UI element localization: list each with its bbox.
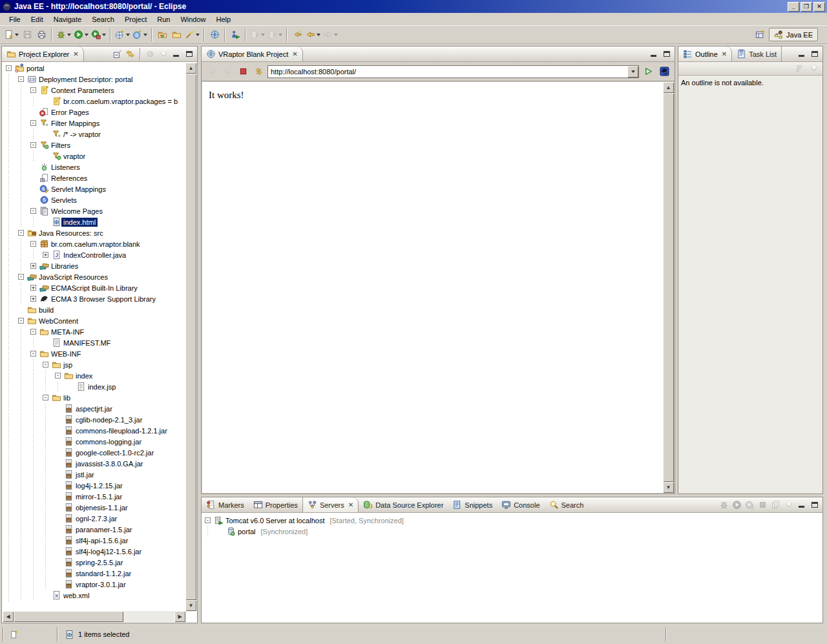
- menu-edit[interactable]: Edit: [26, 15, 48, 24]
- tree-item-libraries[interactable]: +Libraries: [3, 260, 187, 271]
- dropdown-arrow-icon[interactable]: [126, 34, 130, 36]
- tree-item-web-inf[interactable]: -WEB-INF: [3, 348, 187, 359]
- run-button[interactable]: [72, 28, 90, 42]
- open-resource-button[interactable]: [169, 28, 183, 42]
- tree-item-listeners[interactable]: Listeners: [3, 161, 187, 172]
- tree-item-build-xml[interactable]: build.xml: [3, 601, 187, 601]
- expander-slot[interactable]: -: [3, 63, 15, 74]
- tree-item-index-jsp[interactable]: index.jsp: [3, 381, 187, 392]
- tree-item-servlets[interactable]: SServlets: [3, 194, 187, 205]
- maximize-view-button[interactable]: [660, 48, 673, 60]
- view-menu-button[interactable]: [782, 499, 795, 511]
- expander-slot[interactable]: -: [27, 140, 39, 151]
- stop-button[interactable]: [236, 65, 250, 79]
- fastview-button[interactable]: [6, 627, 21, 641]
- tree-item-cglib-nodep-2-1-3-jar[interactable]: cglib-nodep-2.1_3.jar: [3, 414, 187, 425]
- tree-item-standard-1-1-2-jar[interactable]: standard-1.1.2.jar: [3, 568, 187, 579]
- expander-slot[interactable]: -: [27, 326, 39, 337]
- open-jee-resource-button[interactable]: [155, 28, 169, 42]
- minimize-button[interactable]: _: [788, 2, 799, 12]
- dropdown-arrow-icon[interactable]: [196, 34, 200, 36]
- scroll-thumb[interactable]: [663, 93, 674, 482]
- close-icon[interactable]: ✕: [348, 501, 353, 508]
- tree-item-slf4j-api-1-5-6-jar[interactable]: slf4j-api-1.5.6.jar: [3, 535, 187, 546]
- tree-item-javascript-resources[interactable]: -JavaScript Resources: [3, 271, 187, 282]
- dropdown-arrow-icon[interactable]: [102, 34, 106, 36]
- new-web-wizard-button[interactable]: [114, 28, 131, 42]
- collapse-icon[interactable]: -: [30, 351, 36, 357]
- go-button[interactable]: [641, 65, 655, 79]
- minimize-view-button[interactable]: [795, 48, 808, 60]
- url-bar[interactable]: http://localhost:8080/portal/: [267, 65, 639, 78]
- collapse-icon[interactable]: -: [30, 241, 36, 247]
- external-browser-button[interactable]: [657, 65, 671, 79]
- run-last-button[interactable]: [90, 28, 107, 42]
- tree-item-references[interactable]: References: [3, 172, 187, 183]
- tree-item-vraptor[interactable]: vraptor: [3, 151, 187, 161]
- tab-markers[interactable]: Markers: [202, 497, 249, 512]
- menu-help[interactable]: Help: [211, 15, 236, 24]
- collapse-icon[interactable]: -: [18, 318, 24, 324]
- collapse-all-button[interactable]: [111, 48, 123, 60]
- expand-icon[interactable]: +: [30, 296, 36, 302]
- publish-button[interactable]: [769, 499, 782, 511]
- browser-vscrollbar[interactable]: ▲ ▼: [663, 82, 674, 493]
- tree-item-manifest-mf[interactable]: MANIFEST.MF: [3, 337, 187, 348]
- expander-slot[interactable]: -: [202, 515, 214, 526]
- tab-data-source-explorer[interactable]: Data Source Explorer: [359, 497, 448, 512]
- menu-file[interactable]: File: [4, 15, 26, 24]
- tree-item-vraptor[interactable]: /* -> vraptor: [3, 129, 187, 140]
- tree-item-slf4j-log4j12-1-5-6-jar[interactable]: slf4j-log4j12-1.5.6.jar: [3, 546, 187, 557]
- tree-item-mirror-1-5-1-jar[interactable]: mirror-1.5.1.jar: [3, 491, 187, 502]
- collapse-icon[interactable]: -: [43, 362, 48, 368]
- tree-item-context-parameters[interactable]: -Context Parameters: [3, 85, 187, 96]
- tree-item-jstl-jar[interactable]: jstl.jar: [3, 469, 187, 480]
- save-button[interactable]: [20, 28, 34, 42]
- tree-item-br-com-caelum-vraptor-blank[interactable]: -br.com.caelum.vraptor.blank: [3, 238, 187, 249]
- expander-slot[interactable]: +: [27, 260, 39, 271]
- collapse-icon[interactable]: -: [18, 230, 24, 236]
- view-menu-button[interactable]: [808, 63, 820, 75]
- launch-client-button[interactable]: [228, 28, 242, 42]
- maximize-view-button[interactable]: [808, 48, 821, 60]
- sort-button[interactable]: [793, 63, 806, 75]
- close-icon[interactable]: ✕: [73, 50, 78, 57]
- debug-button[interactable]: [55, 28, 72, 42]
- link-editor-button[interactable]: [124, 48, 136, 60]
- expander-slot[interactable]: -: [27, 85, 39, 96]
- tree-item-filter-mappings[interactable]: -Filter Mappings: [3, 118, 187, 129]
- tree-item-vraptor-3-0-1-jar[interactable]: vraptor-3.0.1.jar: [3, 579, 187, 590]
- prev-annotation-button[interactable]: [266, 28, 284, 42]
- dropdown-arrow-icon[interactable]: [261, 34, 265, 36]
- url-input[interactable]: http://localhost:8080/portal/: [268, 68, 627, 76]
- dropdown-arrow-icon[interactable]: [278, 34, 282, 36]
- expander-slot[interactable]: +: [27, 282, 39, 293]
- expander-slot[interactable]: -: [52, 370, 64, 381]
- tree-item-paranamer-1-5-jar[interactable]: paranamer-1.5.jar: [3, 524, 187, 535]
- tree-item-error-pages[interactable]: Error Pages: [3, 107, 187, 118]
- profile-button[interactable]: [744, 499, 756, 511]
- expand-icon[interactable]: +: [43, 252, 48, 258]
- tree-item-welcome-pages[interactable]: -Welcome Pages: [3, 205, 187, 216]
- collapse-icon[interactable]: -: [30, 120, 36, 126]
- expander-slot[interactable]: -: [39, 359, 52, 370]
- explorer-vscrollbar[interactable]: ▲ ▼: [185, 63, 196, 611]
- tree-item-index[interactable]: -index: [3, 370, 187, 381]
- expander-slot[interactable]: -: [15, 315, 27, 326]
- tab-console[interactable]: Console: [497, 497, 544, 512]
- tree-item-google-collect-1-0-rc2-jar[interactable]: google-collect-1.0-rc2.jar: [3, 447, 187, 458]
- scroll-down-button[interactable]: ▼: [185, 600, 196, 611]
- wand-button[interactable]: [183, 28, 201, 42]
- menu-run[interactable]: Run: [152, 15, 175, 24]
- collapse-icon[interactable]: -: [55, 373, 61, 379]
- browser-forward-button[interactable]: [220, 65, 235, 79]
- web-browser-button[interactable]: [207, 28, 222, 42]
- tree-item-ognl-2-7-3-jar[interactable]: ognl-2.7.3.jar: [3, 513, 187, 524]
- tab-outline[interactable]: Outline ✕: [678, 47, 732, 61]
- run-button[interactable]: [731, 499, 743, 511]
- url-dropdown-button[interactable]: [627, 66, 638, 78]
- scroll-right-button[interactable]: ▶: [174, 611, 185, 622]
- tree-item-br-com-caelum-vraptor-packages-b[interactable]: br.com.caelum.vraptor.packages = b: [3, 96, 187, 107]
- scroll-up-button[interactable]: ▲: [663, 82, 674, 93]
- tree-item-meta-inf[interactable]: -META-INF: [3, 326, 187, 337]
